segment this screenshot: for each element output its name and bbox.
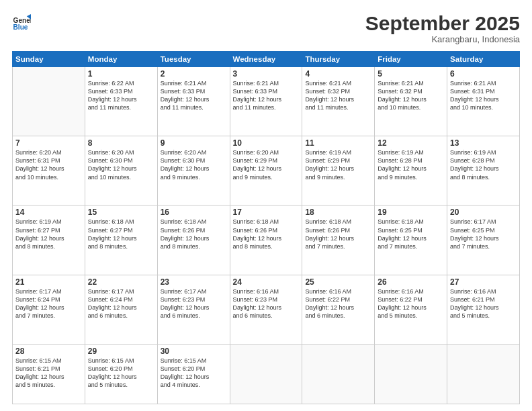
calendar-cell: 17Sunrise: 6:18 AM Sunset: 6:26 PM Dayli…	[230, 205, 302, 275]
day-info: Sunrise: 6:17 AM Sunset: 6:24 PM Dayligh…	[15, 287, 82, 320]
day-info: Sunrise: 6:21 AM Sunset: 6:33 PM Dayligh…	[161, 79, 227, 112]
month-title: September 2025	[365, 12, 520, 34]
svg-text:Blue: Blue	[13, 24, 28, 31]
day-number: 22	[88, 277, 154, 287]
day-info: Sunrise: 6:16 AM Sunset: 6:22 PM Dayligh…	[305, 287, 371, 320]
day-number: 30	[161, 347, 227, 356]
weekday-header-sunday: Sunday	[13, 52, 85, 67]
day-number: 25	[305, 277, 371, 287]
day-info: Sunrise: 6:21 AM Sunset: 6:32 PM Dayligh…	[305, 79, 371, 112]
calendar-cell	[375, 344, 447, 404]
calendar-cell: 6Sunrise: 6:21 AM Sunset: 6:31 PM Daylig…	[447, 67, 520, 136]
weekday-header-wednesday: Wednesday	[230, 52, 302, 67]
day-info: Sunrise: 6:18 AM Sunset: 6:26 PM Dayligh…	[233, 218, 300, 250]
day-info: Sunrise: 6:17 AM Sunset: 6:24 PM Dayligh…	[88, 287, 154, 320]
day-number: 20	[450, 208, 517, 217]
day-number: 12	[378, 138, 444, 148]
day-number: 29	[88, 347, 154, 356]
calendar-cell: 10Sunrise: 6:20 AM Sunset: 6:29 PM Dayli…	[230, 136, 302, 205]
weekday-header-friday: Friday	[375, 52, 447, 67]
calendar-cell	[302, 344, 375, 404]
day-number: 16	[161, 208, 227, 217]
day-number: 2	[161, 69, 227, 79]
day-info: Sunrise: 6:18 AM Sunset: 6:26 PM Dayligh…	[161, 218, 227, 250]
calendar-cell: 23Sunrise: 6:17 AM Sunset: 6:23 PM Dayli…	[157, 275, 230, 344]
day-number: 21	[15, 277, 82, 287]
day-info: Sunrise: 6:21 AM Sunset: 6:33 PM Dayligh…	[233, 79, 300, 112]
day-info: Sunrise: 6:18 AM Sunset: 6:25 PM Dayligh…	[378, 218, 444, 250]
day-info: Sunrise: 6:22 AM Sunset: 6:33 PM Dayligh…	[88, 79, 154, 112]
day-number: 5	[378, 69, 444, 79]
day-info: Sunrise: 6:19 AM Sunset: 6:28 PM Dayligh…	[378, 148, 444, 181]
weekday-header-tuesday: Tuesday	[157, 52, 230, 67]
calendar-cell: 22Sunrise: 6:17 AM Sunset: 6:24 PM Dayli…	[85, 275, 157, 344]
calendar-cell: 29Sunrise: 6:15 AM Sunset: 6:20 PM Dayli…	[85, 344, 157, 404]
calendar-cell: 18Sunrise: 6:18 AM Sunset: 6:26 PM Dayli…	[302, 205, 375, 275]
title-block: September 2025 Karangbaru, Indonesia	[365, 12, 520, 44]
day-number: 15	[88, 208, 154, 217]
day-number: 24	[233, 277, 300, 287]
day-info: Sunrise: 6:16 AM Sunset: 6:22 PM Dayligh…	[378, 287, 444, 320]
calendar-cell: 3Sunrise: 6:21 AM Sunset: 6:33 PM Daylig…	[230, 67, 302, 136]
day-number: 11	[305, 138, 371, 148]
calendar-cell: 27Sunrise: 6:16 AM Sunset: 6:21 PM Dayli…	[447, 275, 520, 344]
day-number: 13	[450, 138, 517, 148]
day-info: Sunrise: 6:20 AM Sunset: 6:30 PM Dayligh…	[161, 148, 227, 181]
calendar-page: General Blue September 2025 Karangbaru, …	[0, 0, 532, 411]
day-info: Sunrise: 6:21 AM Sunset: 6:32 PM Dayligh…	[378, 79, 444, 112]
calendar-cell: 2Sunrise: 6:21 AM Sunset: 6:33 PM Daylig…	[157, 67, 230, 136]
calendar-cell: 14Sunrise: 6:19 AM Sunset: 6:27 PM Dayli…	[13, 205, 85, 275]
header: General Blue September 2025 Karangbaru, …	[12, 12, 520, 44]
day-info: Sunrise: 6:19 AM Sunset: 6:28 PM Dayligh…	[450, 148, 517, 181]
day-info: Sunrise: 6:16 AM Sunset: 6:23 PM Dayligh…	[233, 287, 300, 320]
day-info: Sunrise: 6:15 AM Sunset: 6:21 PM Dayligh…	[15, 357, 82, 390]
day-info: Sunrise: 6:15 AM Sunset: 6:20 PM Dayligh…	[88, 357, 154, 390]
day-number: 3	[233, 69, 300, 79]
day-info: Sunrise: 6:19 AM Sunset: 6:29 PM Dayligh…	[305, 148, 371, 181]
day-number: 18	[305, 208, 371, 217]
weekday-header-monday: Monday	[85, 52, 157, 67]
day-info: Sunrise: 6:20 AM Sunset: 6:29 PM Dayligh…	[233, 148, 300, 181]
day-info: Sunrise: 6:17 AM Sunset: 6:25 PM Dayligh…	[450, 218, 517, 250]
calendar-cell: 5Sunrise: 6:21 AM Sunset: 6:32 PM Daylig…	[375, 67, 447, 136]
calendar-cell: 30Sunrise: 6:15 AM Sunset: 6:20 PM Dayli…	[157, 344, 230, 404]
calendar-cell	[447, 344, 520, 404]
day-number: 4	[305, 69, 371, 79]
calendar-cell: 16Sunrise: 6:18 AM Sunset: 6:26 PM Dayli…	[157, 205, 230, 275]
day-info: Sunrise: 6:17 AM Sunset: 6:23 PM Dayligh…	[161, 287, 227, 320]
day-number: 1	[88, 69, 154, 79]
calendar-table: SundayMondayTuesdayWednesdayThursdayFrid…	[12, 51, 520, 404]
day-number: 7	[15, 138, 82, 148]
day-info: Sunrise: 6:20 AM Sunset: 6:31 PM Dayligh…	[15, 148, 82, 181]
calendar-cell: 4Sunrise: 6:21 AM Sunset: 6:32 PM Daylig…	[302, 67, 375, 136]
day-number: 19	[378, 208, 444, 217]
calendar-cell: 24Sunrise: 6:16 AM Sunset: 6:23 PM Dayli…	[230, 275, 302, 344]
day-info: Sunrise: 6:16 AM Sunset: 6:21 PM Dayligh…	[450, 287, 517, 320]
day-number: 26	[378, 277, 444, 287]
day-number: 28	[15, 347, 82, 356]
calendar-cell: 1Sunrise: 6:22 AM Sunset: 6:33 PM Daylig…	[85, 67, 157, 136]
logo: General Blue	[12, 12, 31, 31]
day-number: 14	[15, 208, 82, 217]
calendar-cell: 9Sunrise: 6:20 AM Sunset: 6:30 PM Daylig…	[157, 136, 230, 205]
calendar-cell: 15Sunrise: 6:18 AM Sunset: 6:27 PM Dayli…	[85, 205, 157, 275]
calendar-cell	[13, 67, 85, 136]
calendar-cell: 8Sunrise: 6:20 AM Sunset: 6:30 PM Daylig…	[85, 136, 157, 205]
day-info: Sunrise: 6:18 AM Sunset: 6:27 PM Dayligh…	[88, 218, 154, 250]
calendar-cell: 19Sunrise: 6:18 AM Sunset: 6:25 PM Dayli…	[375, 205, 447, 275]
day-info: Sunrise: 6:19 AM Sunset: 6:27 PM Dayligh…	[15, 218, 82, 250]
calendar-cell: 25Sunrise: 6:16 AM Sunset: 6:22 PM Dayli…	[302, 275, 375, 344]
location: Karangbaru, Indonesia	[365, 34, 520, 44]
calendar-cell: 21Sunrise: 6:17 AM Sunset: 6:24 PM Dayli…	[13, 275, 85, 344]
weekday-header-saturday: Saturday	[447, 52, 520, 67]
day-number: 23	[161, 277, 227, 287]
day-info: Sunrise: 6:21 AM Sunset: 6:31 PM Dayligh…	[450, 79, 517, 112]
calendar-cell: 28Sunrise: 6:15 AM Sunset: 6:21 PM Dayli…	[13, 344, 85, 404]
day-number: 10	[233, 138, 300, 148]
day-number: 17	[233, 208, 300, 217]
day-number: 27	[450, 277, 517, 287]
calendar-cell: 11Sunrise: 6:19 AM Sunset: 6:29 PM Dayli…	[302, 136, 375, 205]
calendar-cell: 20Sunrise: 6:17 AM Sunset: 6:25 PM Dayli…	[447, 205, 520, 275]
day-info: Sunrise: 6:18 AM Sunset: 6:26 PM Dayligh…	[305, 218, 371, 250]
calendar-cell: 12Sunrise: 6:19 AM Sunset: 6:28 PM Dayli…	[375, 136, 447, 205]
